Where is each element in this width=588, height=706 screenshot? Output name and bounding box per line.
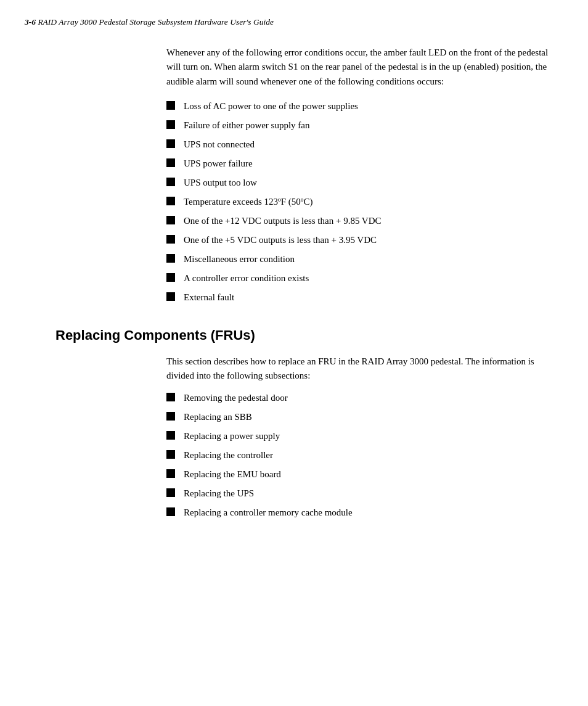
header-title: RAID Array 3000 Pedestal Storage Subsyst… xyxy=(38,17,274,27)
list-item: Loss of AC power to one of the power sup… xyxy=(166,100,557,113)
list-item-text: External fault xyxy=(184,291,234,304)
bullet-icon xyxy=(166,412,175,421)
list-item-text: Replacing a power supply xyxy=(184,430,280,443)
list-item: Temperature exceeds 123ºF (50ºC) xyxy=(166,195,557,208)
list-item: Replacing the UPS xyxy=(166,487,557,500)
list-item-text: UPS not connected xyxy=(184,138,255,151)
list-item-text: Miscellaneous error condition xyxy=(184,253,295,266)
bullet-icon xyxy=(166,254,175,263)
bullet-icon xyxy=(166,120,175,129)
list-item-text: One of the +5 VDC outputs is less than +… xyxy=(184,234,377,247)
list-item-text: Failure of either power supply fan xyxy=(184,119,310,132)
list-item-text: Replacing the UPS xyxy=(184,487,254,500)
page-header: 3-6 RAID Array 3000 Pedestal Storage Sub… xyxy=(0,0,588,33)
list-item: Failure of either power supply fan xyxy=(166,119,557,132)
list-item: External fault xyxy=(166,291,557,304)
bullet-icon xyxy=(166,450,175,459)
fault-conditions-list: Loss of AC power to one of the power sup… xyxy=(166,100,557,304)
page-number: 3-6 xyxy=(25,17,36,27)
list-item: Replacing a power supply xyxy=(166,430,557,443)
bullet-icon xyxy=(166,158,175,167)
list-item: A controller error condition exists xyxy=(166,272,557,285)
list-item-text: Loss of AC power to one of the power sup… xyxy=(184,100,358,113)
list-item: Replacing the controller xyxy=(166,449,557,462)
list-item: UPS output too low xyxy=(166,176,557,189)
list-item-text: Temperature exceeds 123ºF (50ºC) xyxy=(184,195,312,208)
list-item-text: One of the +12 VDC outputs is less than … xyxy=(184,215,382,228)
bullet-icon xyxy=(166,488,175,497)
list-item: Replacing the EMU board xyxy=(166,468,557,481)
list-item-text: Removing the pedestal door xyxy=(184,392,288,404)
bullet-icon xyxy=(166,101,175,110)
list-item: Replacing a controller memory cache modu… xyxy=(166,506,557,519)
section-title: Replacing Components (FRUs) xyxy=(55,327,557,343)
bullet-icon xyxy=(166,178,175,186)
page-content: Whenever any of the following error cond… xyxy=(0,33,588,550)
bullet-icon xyxy=(166,235,175,244)
list-item-text: Replacing the controller xyxy=(184,449,273,462)
page: 3-6 RAID Array 3000 Pedestal Storage Sub… xyxy=(0,0,588,706)
list-item: One of the +12 VDC outputs is less than … xyxy=(166,215,557,228)
list-item: Removing the pedestal door xyxy=(166,392,557,404)
list-item-text: A controller error condition exists xyxy=(184,272,309,285)
bullet-icon xyxy=(166,469,175,478)
list-item: UPS not connected xyxy=(166,138,557,151)
list-item: UPS power failure xyxy=(166,157,557,170)
list-item-text: UPS power failure xyxy=(184,157,253,170)
list-item-text: UPS output too low xyxy=(184,176,257,189)
section-intro: This section describes how to replace an… xyxy=(166,355,557,384)
bullet-icon xyxy=(166,197,175,205)
bullet-icon xyxy=(166,273,175,282)
intro-paragraph: Whenever any of the following error cond… xyxy=(166,46,557,89)
list-item-text: Replacing the EMU board xyxy=(184,468,281,481)
fru-items-list: Removing the pedestal doorReplacing an S… xyxy=(166,392,557,519)
bullet-icon xyxy=(166,139,175,148)
bullet-icon xyxy=(166,507,175,516)
list-item: One of the +5 VDC outputs is less than +… xyxy=(166,234,557,247)
bullet-icon xyxy=(166,431,175,440)
list-item: Miscellaneous error condition xyxy=(166,253,557,266)
list-item-text: Replacing an SBB xyxy=(184,411,252,424)
bullet-icon xyxy=(166,216,175,224)
list-item: Replacing an SBB xyxy=(166,411,557,424)
bullet-icon xyxy=(166,292,175,301)
bullet-icon xyxy=(166,393,175,401)
list-item-text: Replacing a controller memory cache modu… xyxy=(184,506,353,519)
